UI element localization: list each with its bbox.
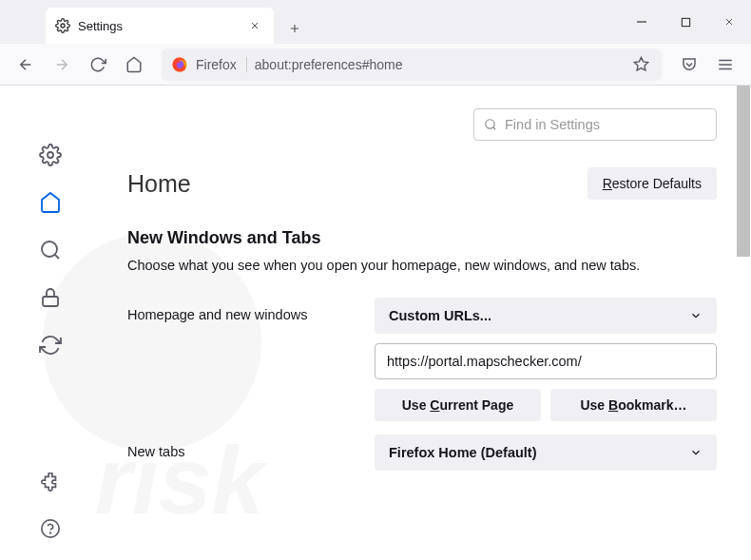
close-window-button[interactable] [707, 5, 751, 39]
homepage-label: Homepage and new windows [127, 298, 375, 322]
pocket-icon[interactable] [673, 48, 705, 81]
sidebar-home-icon[interactable] [38, 190, 63, 215]
window-controls [620, 5, 751, 39]
url-text: about:preferences#home [255, 57, 622, 72]
chevron-down-icon [689, 446, 703, 459]
sidebar-privacy-icon[interactable] [38, 285, 63, 310]
newtabs-mode-select[interactable]: Firefox Home (Default) [375, 434, 717, 471]
chevron-down-icon [689, 309, 703, 322]
svg-point-11 [50, 532, 51, 533]
svg-point-7 [48, 152, 53, 158]
use-bookmark-button[interactable]: Use Bookmark… [550, 389, 717, 421]
svg-marker-4 [634, 57, 647, 69]
homepage-mode-value: Custom URLs... [389, 308, 491, 323]
section-title: New Windows and Tabs [127, 228, 717, 248]
tab-title: Settings [70, 19, 245, 33]
forward-button[interactable] [46, 48, 78, 81]
svg-point-0 [61, 24, 65, 28]
svg-rect-1 [682, 18, 689, 26]
section-description: Choose what you see when you open your h… [127, 258, 717, 273]
settings-search-box[interactable] [473, 108, 717, 141]
sidebar-help-icon[interactable] [38, 516, 63, 541]
app-menu-icon[interactable] [709, 48, 741, 81]
reload-button[interactable] [82, 48, 114, 81]
sidebar-extensions-icon[interactable] [38, 469, 63, 493]
homepage-url-input[interactable] [375, 343, 717, 379]
bookmark-star-icon[interactable] [629, 53, 652, 76]
main-panel: Home Restore Defaults New Windows and Ta… [101, 86, 751, 560]
home-button[interactable] [118, 48, 150, 81]
close-icon[interactable] [245, 16, 264, 35]
tabs-region: Settings [0, 0, 310, 44]
title-bar: Settings [0, 0, 751, 44]
svg-point-8 [42, 241, 57, 257]
sidebar-sync-icon[interactable] [38, 333, 63, 357]
toolbar: Firefox about:preferences#home [0, 44, 751, 86]
gear-icon [55, 18, 70, 33]
svg-rect-9 [43, 297, 58, 306]
new-tab-button[interactable] [279, 13, 310, 44]
homepage-mode-select[interactable]: Custom URLs... [375, 298, 717, 334]
page-title: Home [127, 170, 191, 198]
svg-point-12 [486, 120, 494, 128]
sidebar-general-icon[interactable] [38, 143, 63, 167]
newtabs-mode-value: Firefox Home (Default) [389, 445, 537, 460]
sidebar-search-icon[interactable] [38, 238, 63, 262]
sidebar [0, 86, 101, 560]
firefox-icon [171, 56, 188, 73]
svg-point-10 [42, 520, 59, 537]
search-icon [484, 118, 497, 131]
restore-defaults-button[interactable]: Restore Defaults [587, 167, 717, 200]
newtabs-label: New tabs [127, 434, 375, 459]
settings-search-input[interactable] [505, 117, 706, 132]
identity-label: Firefox [196, 57, 247, 72]
url-bar[interactable]: Firefox about:preferences#home [162, 48, 662, 81]
minimize-button[interactable] [620, 5, 664, 39]
use-current-page-button[interactable]: Use Current Page [375, 389, 541, 421]
back-button[interactable] [10, 48, 42, 81]
tab-settings[interactable]: Settings [46, 8, 274, 44]
maximize-button[interactable] [664, 5, 707, 39]
